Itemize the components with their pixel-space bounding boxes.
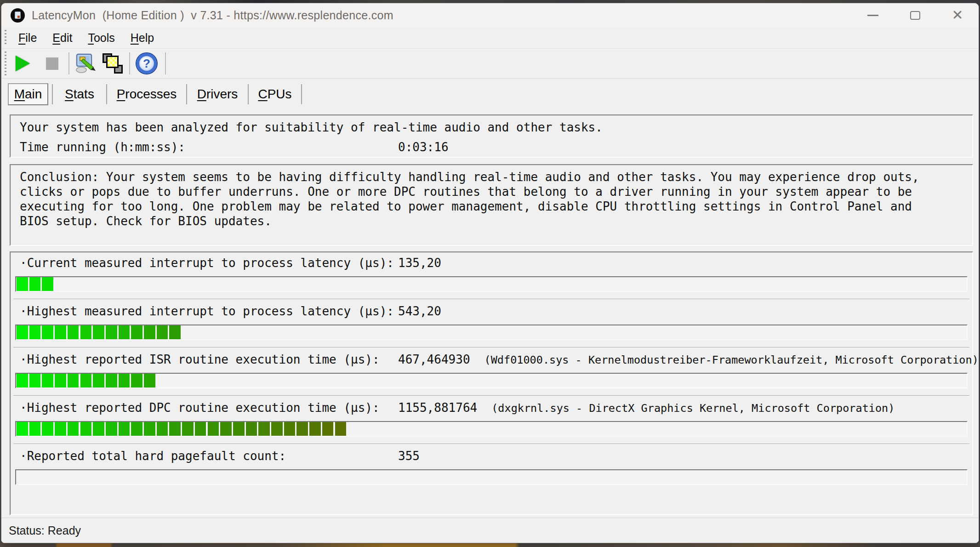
measurement-label: ·Highest reported ISR routine execution … [20, 353, 380, 366]
toolbar-separator [129, 52, 130, 74]
stop-monitor-button[interactable] [40, 51, 64, 76]
bar-segment [106, 325, 117, 339]
bar-segment [169, 422, 181, 436]
menu-help[interactable]: Help [123, 31, 162, 45]
bar-segment [157, 422, 168, 436]
bar-segment [144, 374, 155, 387]
maximize-icon [910, 11, 920, 20]
latency-bar [15, 469, 968, 485]
start-monitor-button[interactable] [11, 51, 34, 76]
bar-segment [17, 277, 28, 291]
tab-separator [301, 84, 302, 104]
bar-segment [119, 325, 130, 339]
conclusion-text: Conclusion: Your system seems to be havi… [20, 170, 919, 228]
bar-segment [106, 422, 117, 436]
latency-bar [15, 373, 968, 388]
main-page-content: Your system has been analyzed for suitab… [1, 111, 979, 518]
bar-segment [182, 422, 194, 436]
measurement-row: ·Current measured interrupt to process l… [11, 252, 972, 301]
bar-segment [17, 422, 28, 436]
bar-segment [322, 422, 334, 436]
minimize-icon [867, 15, 878, 16]
toolbar-separator [165, 52, 166, 74]
summary-panel: Your system has been analyzed for suitab… [10, 114, 973, 158]
conclusion-panel: Conclusion: Your system seems to be havi… [10, 164, 973, 246]
bar-segment [42, 374, 53, 387]
tab-main[interactable]: Main [8, 83, 48, 105]
conclusion-line: executing for too long. One problem may … [20, 199, 919, 214]
conclusion-line: clicks or pops due to buffer underruns. … [20, 184, 919, 199]
help-button[interactable]: ? [135, 51, 159, 76]
tab-cpus[interactable]: CPUs [249, 83, 301, 105]
bar-segment [284, 422, 296, 436]
status-text: Status: Ready [9, 524, 81, 537]
bar-segment [93, 422, 104, 436]
measurement-label: ·Highest reported DPC routine execution … [20, 401, 380, 415]
bar-segment [106, 374, 117, 387]
tab-processes[interactable]: Processes [107, 83, 186, 105]
bar-segment [68, 422, 79, 436]
measurement-row: ·Highest reported DPC routine execution … [11, 397, 972, 445]
report-button[interactable] [101, 51, 125, 76]
measurement-value: 135,20 [398, 256, 441, 270]
bar-segment [80, 422, 92, 436]
measurement-value: 1155,881764 [398, 401, 477, 415]
status-bar: Status: Ready [1, 518, 979, 543]
tab-strip: Main Stats Processes Drivers CPUs [1, 79, 979, 111]
latency-bar [15, 421, 968, 437]
bar-segment [42, 277, 53, 291]
driver-info: (dxgkrnl.sys - DirectX Graphics Kernel, … [491, 402, 895, 415]
bar-segment [144, 325, 155, 339]
bar-segment [296, 422, 308, 436]
tab-stats[interactable]: Stats [53, 83, 106, 105]
bar-segment [271, 422, 283, 436]
analyze-button[interactable] [74, 51, 98, 76]
stacked-squares-icon [102, 53, 123, 74]
minimize-button[interactable] [852, 3, 894, 27]
desktop: LatencyMon (Home Edition ) v 7.31 - http… [0, 0, 980, 547]
measurement-value: 355 [398, 449, 420, 463]
toolbar-grip[interactable] [5, 51, 6, 75]
bar-segment [195, 422, 206, 436]
bar-segment [93, 374, 104, 387]
latency-bar [15, 325, 968, 340]
measurements-panel: ·Current measured interrupt to process l… [10, 251, 973, 515]
bar-segment [80, 325, 92, 339]
stop-icon [46, 57, 58, 70]
time-running-label: Time running (h:mm:ss): [20, 140, 185, 154]
bar-segment [309, 422, 321, 436]
bar-segment [258, 422, 270, 436]
measurement-value: 543,20 [398, 304, 441, 318]
row-separator [13, 299, 969, 300]
bar-segment [220, 422, 232, 436]
measurement-row: ·Reported total hard pagefault count:355 [11, 445, 972, 494]
menu-file[interactable]: File [11, 31, 45, 45]
maximize-button[interactable] [894, 3, 936, 27]
bar-segment [42, 422, 53, 436]
measurement-row: ·Highest measured interrupt to process l… [11, 301, 972, 349]
bar-segment [55, 325, 66, 339]
bar-segment [42, 325, 53, 339]
toolbar-separator [68, 52, 69, 74]
bar-segment [55, 374, 66, 387]
bar-segment [119, 374, 130, 387]
bar-segment [29, 422, 41, 436]
bar-segment [17, 374, 28, 387]
conclusion-line: BIOS setup. Check for BIOS updates. [20, 214, 919, 228]
menu-edit[interactable]: Edit [45, 31, 80, 45]
bar-segment [17, 325, 28, 339]
menubar-grip[interactable] [5, 30, 6, 46]
bar-segment [29, 374, 41, 387]
driver-info: (Wdf01000.sys - Kernelmodustreiber-Frame… [484, 353, 979, 366]
measurement-label: ·Reported total hard pagefault count: [20, 449, 286, 463]
menu-bar: File Edit Tools Help [1, 27, 979, 49]
play-icon [16, 56, 30, 71]
bar-segment [233, 422, 245, 436]
tab-drivers[interactable]: Drivers [187, 83, 248, 105]
close-button[interactable]: ✕ [936, 3, 979, 27]
titlebar[interactable]: LatencyMon (Home Edition ) v 7.31 - http… [1, 3, 979, 27]
bar-segment [29, 277, 41, 291]
bar-segment [131, 374, 142, 387]
menu-tools[interactable]: Tools [80, 31, 122, 45]
window-controls: ✕ [852, 3, 979, 27]
